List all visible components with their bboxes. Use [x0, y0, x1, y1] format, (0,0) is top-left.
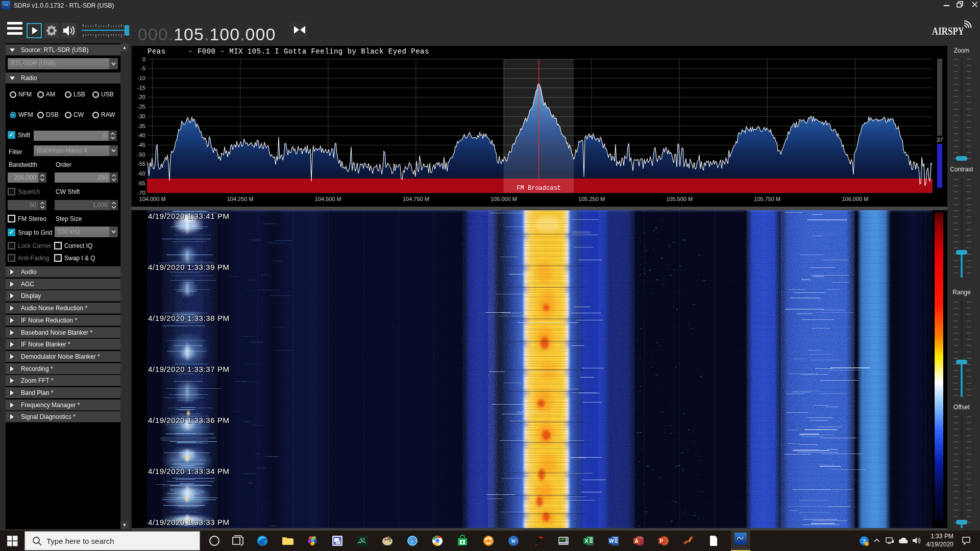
svg-text:FM Broadcast: FM Broadcast — [517, 185, 560, 192]
svg-text:-25: -25 — [137, 104, 145, 110]
svg-text:104.250 M: 104.250 M — [227, 196, 254, 202]
svg-text:104.500 M: 104.500 M — [315, 196, 341, 202]
svg-text:104.750 M: 104.750 M — [403, 196, 429, 202]
svg-text:-30: -30 — [137, 113, 145, 119]
svg-text:-70: -70 — [137, 190, 145, 196]
svg-text:-35: -35 — [137, 123, 145, 129]
svg-text:-55: -55 — [137, 161, 145, 167]
svg-text:-60: -60 — [137, 170, 145, 177]
svg-text:!: ! — [866, 542, 867, 546]
svg-text:-65: -65 — [137, 180, 145, 186]
svg-text:-5: -5 — [140, 65, 145, 71]
svg-text:105.250 M: 105.250 M — [578, 196, 605, 202]
svg-text:-15: -15 — [137, 85, 145, 91]
svg-text:W: W — [511, 538, 517, 544]
svg-text:105.500 M: 105.500 M — [666, 196, 693, 202]
svg-text:X: X — [585, 538, 589, 544]
svg-text:AIRSPY: AIRSPY — [932, 26, 964, 37]
svg-text:37: 37 — [937, 137, 943, 143]
svg-text:105.750 M: 105.750 M — [754, 196, 780, 202]
svg-text:A: A — [634, 538, 638, 544]
svg-text:-10: -10 — [137, 75, 145, 81]
svg-text:0: 0 — [142, 56, 145, 62]
svg-text:-20: -20 — [137, 94, 145, 100]
svg-text:104.000 M: 104.000 M — [139, 196, 166, 202]
svg-text:-50: -50 — [137, 152, 145, 158]
svg-text:W: W — [609, 538, 614, 544]
svg-text:P: P — [660, 538, 664, 544]
svg-text:AS: AS — [360, 537, 365, 541]
svg-text:106.000 M: 106.000 M — [842, 196, 868, 202]
svg-text:-45: -45 — [137, 142, 145, 148]
svg-text:105.000 M: 105.000 M — [491, 196, 517, 202]
svg-text:-40: -40 — [137, 132, 145, 138]
svg-text:Peas - F000 - MIX 105.1 I: Peas - F000 - MIX 105.1 I Gotta Feeling … — [148, 47, 429, 56]
